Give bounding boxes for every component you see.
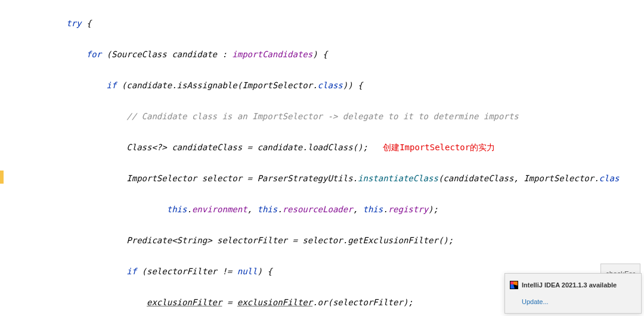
code-line: ImportSelector selector = ParserStrategy… xyxy=(6,171,644,186)
update-notification[interactable]: IntelliJ IDEA 2021.1.3 available Update.… xyxy=(504,273,642,314)
code-line: Predicate<String> selectorFilter = selec… xyxy=(6,233,644,248)
code-line: // Candidate class is an ImportSelector … xyxy=(6,109,644,124)
annotation: 创建ImportSelector的实力 xyxy=(383,142,495,152)
code-line: this.environment, this.resourceLoader, t… xyxy=(6,202,644,217)
notification-title: IntelliJ IDEA 2021.1.3 available xyxy=(522,277,617,293)
code-line: Class<?> candidateClass = candidate.load… xyxy=(6,140,644,155)
code-line: if (candidate.isAssignable(ImportSelecto… xyxy=(6,78,644,93)
intellij-icon xyxy=(510,281,518,289)
code-line: for (SourceClass candidate : importCandi… xyxy=(6,47,644,62)
code-line: try { xyxy=(6,16,644,31)
gutter-warning-marker xyxy=(0,171,4,184)
code-editor[interactable]: try { for (SourceClass candidate : impor… xyxy=(0,0,644,316)
update-link[interactable]: Update... xyxy=(522,294,636,309)
